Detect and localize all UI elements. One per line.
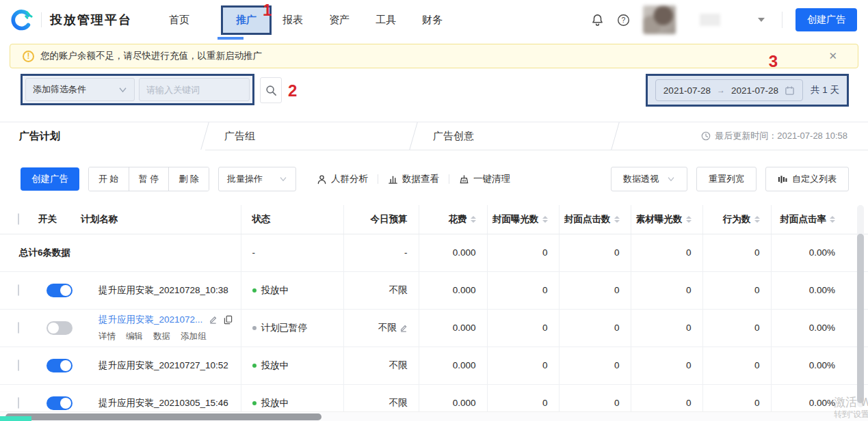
row-toggle-on[interactable] <box>47 396 73 410</box>
data-pivot-dropdown[interactable]: 数据透视 <box>611 167 687 191</box>
ad-platform-app: 投放管理平台 首页 推广 报表 资产 工具 财务 1 ? <box>0 0 868 421</box>
tab-ad-creative[interactable]: 广告创意 <box>414 122 616 150</box>
table-header-row: 开关 计划名称 状态 今日预算 花费 封面曝光数 封面点击数 素材曝光数 行为数… <box>0 205 868 234</box>
keyword-input[interactable] <box>139 78 250 101</box>
plan-status: 投放中 <box>241 271 343 309</box>
row-toggle-on[interactable] <box>47 284 73 297</box>
vertical-scrollbar[interactable] <box>857 205 864 407</box>
nav-item-finance[interactable]: 财务 <box>422 14 443 27</box>
tab-ad-plan[interactable]: 广告计划 <box>0 122 205 150</box>
plan-cost: 0.000 <box>419 309 487 347</box>
summary-label: 总计6条数据 <box>0 234 241 271</box>
summary-cover-clicks: 0 <box>559 234 631 271</box>
create-ad-button-top[interactable]: 创建广告 <box>795 8 857 31</box>
notification-bell-icon[interactable] <box>591 13 604 27</box>
row-checkbox[interactable] <box>18 359 19 371</box>
plan-cover-clicks: 0 <box>559 271 631 309</box>
select-all-checkbox[interactable] <box>18 213 19 225</box>
header-cover-clicks[interactable]: 封面点击数 <box>559 205 631 234</box>
horizontal-scrollbar[interactable] <box>0 411 868 421</box>
status-dot-active <box>252 288 257 293</box>
header-cost[interactable]: 花费 <box>419 205 487 234</box>
help-icon[interactable]: ? <box>617 14 630 27</box>
data-link[interactable]: 数据 <box>153 331 170 342</box>
detail-link[interactable]: 详情 <box>98 331 116 342</box>
plan-material-impressions: 0 <box>631 347 702 384</box>
plan-name[interactable]: 提升应用安装_20210728_10:38 <box>81 271 241 309</box>
sort-icon[interactable] <box>830 216 835 223</box>
header-status: 状态 <box>241 205 343 234</box>
sort-icon[interactable] <box>686 216 692 223</box>
filter-row: 添加筛选条件 2 2021-07-28 → 2021-07-28 <box>21 74 849 107</box>
brand-logo-icon <box>10 8 33 31</box>
row-toggle-off[interactable] <box>47 321 73 335</box>
add-group-link[interactable]: 添加组 <box>181 331 207 342</box>
nav-item-tools[interactable]: 工具 <box>376 14 396 27</box>
plan-actions-count: 0 <box>702 271 771 309</box>
row-checkbox[interactable] <box>18 322 19 334</box>
row-checkbox[interactable] <box>18 284 19 296</box>
header-material-impressions[interactable]: 素材曝光数 <box>631 205 702 234</box>
table-row: 提升应用安装_20210727_10:52 投放中 不限 0.000 0 0 0… <box>0 347 868 384</box>
summary-row: 总计6条数据 - - 0.000 0 0 0 0 0.00% <box>0 234 868 271</box>
delete-button[interactable]: 删 除 <box>168 167 209 191</box>
plan-cover-ctr: 0.00% <box>771 271 868 309</box>
custom-columns-button[interactable]: 自定义列表 <box>765 167 849 191</box>
logo-divider <box>41 12 42 27</box>
nav-item-home[interactable]: 首页 <box>169 14 189 27</box>
plan-cost: 0.000 <box>419 271 487 309</box>
banner-close-icon[interactable]: ✕ <box>828 50 845 62</box>
teal-corner-fragment <box>0 416 31 421</box>
edit-budget-icon[interactable] <box>399 324 408 332</box>
account-chevron-down-icon[interactable] <box>758 18 765 22</box>
summary-actions-count: 0 <box>702 234 771 271</box>
filter-condition-select[interactable]: 添加筛选条件 <box>25 78 135 101</box>
table-row: 提升应用安装_2021072... <box>0 309 868 347</box>
plan-cover-clicks: 0 <box>559 347 631 384</box>
reset-column-width-button[interactable]: 重置列宽 <box>696 167 757 191</box>
batch-operations-dropdown[interactable]: 批量操作 <box>218 167 296 191</box>
sort-icon[interactable] <box>471 216 476 223</box>
audience-analysis-link[interactable]: 人群分析 <box>307 173 378 185</box>
header-actions-count[interactable]: 行为数 <box>702 205 771 234</box>
plan-cover-ctr: 0.00% <box>771 347 868 384</box>
date-range-picker[interactable]: 2021-07-28 → 2021-07-28 <box>655 79 803 101</box>
tab-ad-group[interactable]: 广告组 <box>205 122 414 150</box>
header-cover-ctr[interactable]: 封面点击率 <box>771 205 868 234</box>
plan-name-link[interactable]: 提升应用安装_2021072... <box>98 314 202 326</box>
plan-cover-impressions: 0 <box>487 271 559 309</box>
nav-item-assets[interactable]: 资产 <box>329 14 350 27</box>
horizontal-scrollbar-thumb[interactable] <box>5 413 321 420</box>
nav-item-promotion[interactable]: 推广 <box>236 14 257 25</box>
header-cost-label: 花费 <box>449 214 467 224</box>
total-days-label: 共 1 天 <box>811 84 839 96</box>
plan-status: 投放中 <box>241 347 343 384</box>
entity-tabs: 广告计划 广告组 广告创意 最后更新时间：2021-07-28 10:58 <box>0 122 868 150</box>
custom-columns-label: 自定义列表 <box>792 173 837 185</box>
sort-icon[interactable] <box>542 216 548 223</box>
create-ad-button[interactable]: 创建广告 <box>21 167 79 191</box>
row-checkbox[interactable] <box>18 397 19 409</box>
svg-text:?: ? <box>622 16 626 24</box>
sort-icon[interactable] <box>614 216 620 223</box>
row-toggle-on[interactable] <box>47 359 73 372</box>
nav-item-reports[interactable]: 报表 <box>282 14 303 27</box>
one-click-clean-link[interactable]: 一键清理 <box>449 173 520 185</box>
audience-analysis-label: 人群分析 <box>331 173 368 185</box>
edit-link[interactable]: 编辑 <box>126 331 143 342</box>
vertical-scrollbar-thumb[interactable] <box>857 234 864 403</box>
sort-icon[interactable] <box>754 216 760 223</box>
copy-icon[interactable] <box>224 315 233 325</box>
data-view-link[interactable]: 数据查看 <box>378 173 449 185</box>
table-toolbar: 创建广告 开 始 暂 停 删 除 批量操作 人群分析 <box>0 150 868 205</box>
user-avatar[interactable] <box>643 5 676 34</box>
pause-button[interactable]: 暂 停 <box>129 167 169 191</box>
header-cover-impressions[interactable]: 封面曝光数 <box>487 205 559 234</box>
search-button[interactable] <box>260 77 282 103</box>
search-icon <box>265 85 277 96</box>
edit-name-icon[interactable] <box>209 315 218 324</box>
start-button[interactable]: 开 始 <box>89 167 129 191</box>
plan-name[interactable]: 提升应用安装_20210727_10:52 <box>81 347 241 384</box>
content-card: 广告计划 广告组 广告创意 最后更新时间：2021-07-28 10:58 <box>0 122 868 421</box>
watermark-line1: 激活 W <box>834 395 868 409</box>
